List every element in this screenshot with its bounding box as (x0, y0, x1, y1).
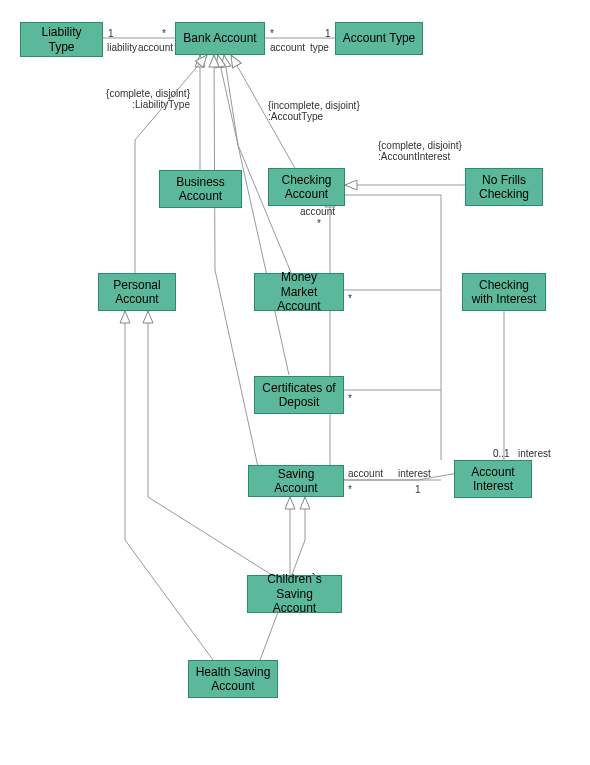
class-liability-type: Liability Type (20, 22, 103, 57)
gen-set-label: {complete, disjoint} :AccountInterest (378, 140, 462, 162)
class-saving-account: Saving Account (248, 465, 344, 497)
class-money-market: Money Market Account (254, 273, 344, 311)
class-business-account: Business Account (159, 170, 242, 208)
mult-label: * (270, 28, 274, 39)
class-bank-account: Bank Account (175, 22, 265, 55)
mult-label: * (348, 393, 352, 404)
class-health-saving: Health Saving Account (188, 660, 278, 698)
role-label: interest (518, 448, 551, 459)
mult-label: * (348, 293, 352, 304)
role-label: account (300, 206, 335, 217)
mult-label: * (162, 28, 166, 39)
class-certificates-of-deposit: Certificates of Deposit (254, 376, 344, 414)
gen-set-label: {incomplete, disjoint} :AccoutType (268, 100, 360, 122)
mult-label: 0..1 (493, 448, 510, 459)
class-no-frills-checking: No Frills Checking (465, 168, 543, 206)
role-label: account (138, 42, 173, 53)
role-label: account (270, 42, 305, 53)
role-label: liability (107, 42, 137, 53)
class-childrens-saving: Children`s Saving Account (247, 575, 342, 613)
class-account-type: Account Type (335, 22, 423, 55)
class-checking-with-interest: Checking with Interest (462, 273, 546, 311)
role-label: interest (398, 468, 431, 479)
role-label: account (348, 468, 383, 479)
mult-label: 1 (325, 28, 331, 39)
mult-label: 1 (108, 28, 114, 39)
mult-label: 1 (415, 484, 421, 495)
gen-set-label: {complete, disjoint} :LiabilityType (90, 88, 190, 110)
class-checking-account: Checking Account (268, 168, 345, 206)
class-account-interest: Account Interest (454, 460, 532, 498)
role-label: type (310, 42, 329, 53)
mult-label: * (317, 218, 321, 229)
class-personal-account: Personal Account (98, 273, 176, 311)
mult-label: * (348, 484, 352, 495)
